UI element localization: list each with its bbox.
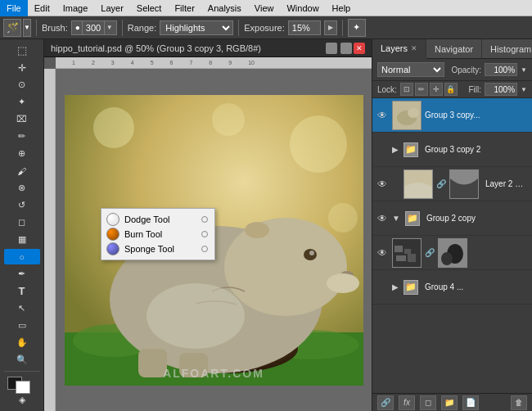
link-layers-btn[interactable]: 🔗 (377, 395, 394, 410)
dodge-tool-icon[interactable]: 🪄 (3, 19, 21, 37)
menu-item-window[interactable]: Window (280, 0, 325, 16)
text-tool[interactable]: T (4, 283, 40, 299)
fill-dropdown[interactable]: ▼ (521, 86, 527, 93)
brush-size-input[interactable] (82, 20, 105, 35)
layer-item-group4[interactable]: 👁 ▶ 📁 Group 4 ... (372, 270, 532, 305)
tab-layers-label: Layers (381, 43, 408, 53)
layer-item-group3copy2[interactable]: 👁 ▶ 📁 Group 3 copy 2 (372, 133, 532, 167)
menu-item-layer[interactable]: Layer (94, 0, 130, 16)
canvas-min-btn[interactable] (326, 43, 337, 54)
exposure-slider-btn[interactable]: ▶ (324, 20, 337, 35)
sponge-icon (106, 242, 119, 255)
opacity-dropdown[interactable]: ▼ (521, 66, 527, 74)
new-layer-btn[interactable]: 📄 (462, 395, 479, 410)
menu-item-analysis[interactable]: Analysis (201, 0, 248, 16)
layer-visibility-5[interactable]: 👁 (376, 246, 389, 260)
lock-paint-btn[interactable]: ✏ (415, 83, 428, 96)
crop-tool[interactable]: ⌧ (4, 111, 40, 127)
lasso-tool[interactable]: ⊙ (4, 77, 40, 93)
svg-point-4 (328, 203, 358, 233)
eyedropper-tool[interactable]: ✏ (4, 129, 40, 144)
layer-item-group3copy[interactable]: 👁 Group 3 copy... (372, 98, 532, 133)
airbrush-btn[interactable]: ✦ (348, 19, 366, 37)
blend-opacity-row: Normal Multiply Screen Overlay Opacity: … (372, 59, 532, 81)
layer-name-2: Group 3 copy 2 (425, 145, 529, 154)
layer-visibility-2[interactable]: 👁 (376, 143, 389, 156)
lock-transparency-btn[interactable]: ⊡ (400, 83, 413, 96)
context-menu-item-sponge[interactable]: Sponge Tool (101, 242, 214, 256)
tab-layers-close[interactable]: ✕ (411, 44, 417, 52)
chain-3: 🔗 (436, 179, 446, 188)
exposure-input[interactable] (288, 20, 321, 35)
layer-info-1: Group 3 copy... (425, 111, 529, 120)
tab-histogram[interactable]: Histogram (482, 39, 532, 58)
context-menu-item-burn[interactable]: Burn Tool (101, 227, 214, 242)
svg-rect-38 (396, 255, 406, 261)
menu-item-edit[interactable]: Edit (28, 0, 56, 16)
fill-input[interactable] (485, 83, 517, 96)
magic-wand-tool[interactable]: ✦ (4, 94, 40, 110)
lock-move-btn[interactable]: ✛ (430, 83, 443, 96)
gradient-tool[interactable]: ▦ (4, 232, 40, 247)
menu-item-filter[interactable]: Filter (168, 0, 201, 16)
menu-item-select[interactable]: Select (130, 0, 169, 16)
canvas-max-btn[interactable] (340, 43, 352, 54)
layer-visibility-1[interactable]: 👁 (376, 109, 389, 122)
path-select-tool[interactable]: ↖ (4, 300, 40, 316)
tool-arrow[interactable]: ▼ (23, 19, 31, 37)
burn-icon (106, 228, 119, 241)
layer-visibility-6[interactable]: 👁 (376, 281, 389, 294)
zoom-tool[interactable]: 🔍 (4, 352, 40, 368)
range-label: Range: (128, 23, 156, 33)
shape-tool[interactable]: ▭ (4, 318, 40, 333)
lock-all-btn[interactable]: 🔒 (444, 83, 458, 96)
layer-name-3: Layer 2 CoPY ? (485, 179, 529, 188)
context-menu-item-dodge[interactable]: Dodge Tool (101, 212, 214, 227)
canvas-content[interactable]: ALFOART.COM www.MISSYUAN.COM Dodge Tool … (56, 69, 372, 411)
add-mask-btn[interactable]: ◻ (420, 395, 436, 410)
clone-tool[interactable]: ⊗ (4, 180, 40, 196)
brush-size-box[interactable]: ● ▼ (71, 20, 117, 35)
layer-group-arrow-4[interactable]: ▼ (392, 214, 400, 223)
layer-item-group2copy[interactable]: 👁 ▼ 📁 Group 2 copy (372, 201, 532, 236)
layer-mask-3 (449, 169, 479, 199)
context-menu[interactable]: Dodge Tool Burn Tool Sponge Tool (101, 208, 215, 260)
tab-layers[interactable]: Layers ✕ (372, 39, 426, 59)
menu-item-view[interactable]: View (248, 0, 281, 16)
eraser-tool[interactable]: ◻ (4, 215, 40, 230)
brush-dropdown[interactable]: ▼ (106, 24, 113, 31)
heal-tool[interactable]: ⊕ (4, 146, 40, 161)
layer-thumb-3 (404, 169, 433, 199)
canvas-close-btn[interactable]: ✕ (354, 43, 365, 54)
layer-name-6: Group 4 ... (425, 282, 529, 291)
layer-visibility-3[interactable]: 👁 (376, 178, 389, 191)
tab-navigator[interactable]: Navigator (426, 39, 482, 58)
new-group-btn[interactable]: 📁 (441, 395, 458, 410)
foreground-color[interactable] (4, 375, 40, 391)
toolbar-separator-1 (122, 20, 123, 36)
delete-layer-btn[interactable]: 🗑 (511, 395, 527, 410)
canvas-title-bar: hippo_tutorial.psd @ 50% (Group 3 copy 3… (44, 39, 372, 57)
opacity-input[interactable] (485, 63, 517, 76)
fx-btn[interactable]: fx (399, 395, 415, 410)
pen-tool[interactable]: ✒ (4, 266, 40, 282)
brush-tool[interactable]: 🖌 (4, 163, 40, 178)
right-panel: Layers ✕ Navigator Histogram Normal Mult… (372, 39, 532, 411)
marquee-tool[interactable]: ⬚ (4, 43, 40, 58)
history-tool[interactable]: ↺ (4, 197, 40, 213)
layer-group-arrow-2[interactable]: ▶ (392, 145, 399, 154)
layer-item-layer2copy[interactable]: 👁 🔗 Layer 2 CoPY ? (372, 167, 532, 201)
layer-group-arrow-6[interactable]: ▶ (392, 282, 399, 291)
layer-item-texture[interactable]: 👁 🔗 (372, 236, 532, 270)
move-tool[interactable]: ✛ (4, 60, 40, 75)
menu-item-file[interactable]: File (0, 0, 28, 16)
menu-item-image[interactable]: Image (56, 0, 95, 16)
blend-mode-select[interactable]: Normal Multiply Screen Overlay (377, 62, 444, 77)
hand-tool[interactable]: ✋ (4, 335, 40, 350)
menu-item-help[interactable]: Help (326, 0, 358, 16)
menu-bar: const menuData = JSON.parse(document.get… (0, 0, 532, 16)
range-select[interactable]: Highlights Shadows Midtones (160, 20, 233, 35)
quick-mask-btn[interactable]: ◈ (4, 392, 40, 408)
layer-visibility-4[interactable]: 👁 (376, 212, 389, 225)
dodge-tool-left[interactable]: ○ (4, 249, 40, 264)
